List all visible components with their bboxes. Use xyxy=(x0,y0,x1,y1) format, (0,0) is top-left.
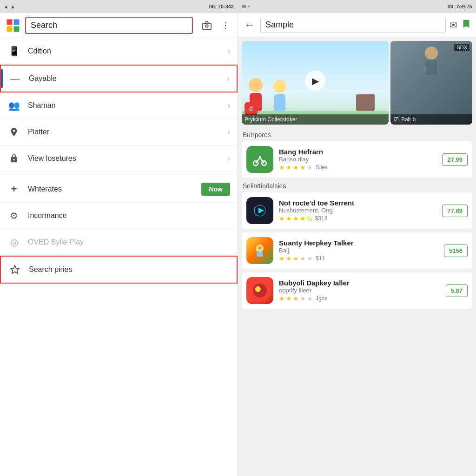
a1s3: ★ xyxy=(293,255,299,262)
svg-point-9 xyxy=(225,27,226,29)
mail-icon[interactable]: ✉ xyxy=(450,20,457,31)
app2-price[interactable]: 5.87 xyxy=(446,284,468,297)
a2s4: ★ xyxy=(300,295,306,302)
app1-dev: Baij, xyxy=(279,247,438,254)
svg-marker-4 xyxy=(14,26,20,32)
nav-item-cdition[interactable]: 📱 Cdition › xyxy=(0,38,238,65)
gayable-icon: — xyxy=(8,72,21,85)
shaman-chevron: › xyxy=(228,101,230,110)
nav-item-whterates[interactable]: + Whterates Now xyxy=(0,176,238,203)
view-losetures-label: View losetures xyxy=(28,154,220,163)
app2-name: Bubyoli Dapkey Ialler xyxy=(279,279,440,287)
cdition-chevron: › xyxy=(228,47,230,55)
featured-app-info: Bang Hefrarn Banso.dlay ★ ★ ★ ★ ★ Siles xyxy=(279,148,436,171)
banner-play-button[interactable]: ▶ xyxy=(305,71,325,91)
a1s1: ★ xyxy=(279,255,285,262)
star1: ★ xyxy=(279,164,285,171)
side-banner-tag: SDX xyxy=(454,44,469,51)
platter-chevron: › xyxy=(228,128,230,136)
left-status-time: 06: 70:343 xyxy=(209,4,234,9)
platter-icon xyxy=(7,126,20,139)
app1-price[interactable]: 5156 xyxy=(444,245,468,257)
side-banner-card[interactable]: SDX IZi Balr b xyxy=(390,41,472,125)
right-search-input[interactable]: Sample xyxy=(260,17,446,33)
nav-item-shaman[interactable]: 👥 Shaman › xyxy=(0,93,238,119)
app1-name: Suanty Herpkey Talker xyxy=(279,239,438,247)
a0s1: ★ xyxy=(279,215,285,222)
cdition-icon: 📱 xyxy=(7,45,20,58)
nav-list: 📱 Cdition › — Gayable › 👥 Shaman › Platt… xyxy=(0,38,238,476)
banner-main-image: ▶ d Pryiclum Collerstoker xyxy=(242,41,389,125)
featured-app-rating: ★ ★ ★ ★ ★ Siles xyxy=(279,164,436,171)
a0s4: ★ xyxy=(300,215,306,222)
app0-name: Not rocte'd toe Serrent xyxy=(279,199,436,207)
main-banner-card[interactable]: ▶ d Pryiclum Collerstoker xyxy=(242,41,389,125)
platter-label: Platter xyxy=(28,128,220,136)
star2: ★ xyxy=(286,164,292,171)
app2-info: Bubyoli Dapkey Ialler opprify lileer ★ ★… xyxy=(279,279,440,302)
nav-item-platter[interactable]: Platter › xyxy=(0,119,238,145)
right-top-bar: ← Sample ✉ xyxy=(238,13,476,37)
nav-item-gayable[interactable]: — Gayable › xyxy=(0,65,238,93)
oved-bylle-icon: ◎ xyxy=(7,236,20,249)
svg-point-17 xyxy=(258,246,262,250)
a2s2: ★ xyxy=(286,295,292,302)
side-banner-image: SDX IZi Balr b xyxy=(390,41,472,125)
cdition-label: Cdition xyxy=(28,47,220,55)
featured-app-dev: Banso.dlay xyxy=(279,156,436,163)
search-bar: Search xyxy=(0,13,238,38)
a2s5: ★ xyxy=(307,295,313,302)
right-search-value: Sample xyxy=(265,20,294,29)
incormance-icon: ⚙ xyxy=(7,209,20,222)
app0-price[interactable]: 77.89 xyxy=(442,205,468,217)
more-options-icon[interactable] xyxy=(218,18,233,33)
app1-rating-text: $11 xyxy=(316,255,325,262)
camera-icon[interactable] xyxy=(199,18,214,33)
app-list-item-0[interactable]: Not rocte'd toe Serrent Nushustement, On… xyxy=(242,192,472,229)
svg-marker-1 xyxy=(7,19,13,25)
app1-rating: ★ ★ ★ ★ ★ $11 xyxy=(279,255,438,262)
left-status-bar: ▲ ▲ 06: 70:343 xyxy=(0,0,238,13)
nav-item-incormance[interactable]: ⚙ Incormance xyxy=(0,203,238,229)
main-banner-label: Pryiclum Collerstoker xyxy=(242,114,389,125)
app1-info: Suanty Herpkey Talker Baij, ★ ★ ★ ★ ★ $1… xyxy=(279,239,438,262)
svg-point-21 xyxy=(255,286,261,292)
app1-icon-img xyxy=(246,237,273,264)
featured-app-card[interactable]: Bang Hefrarn Banso.dlay ★ ★ ★ ★ ★ Siles … xyxy=(242,141,472,178)
section2-label: Selinttindalsies xyxy=(238,179,476,191)
app2-icon-img xyxy=(246,277,273,304)
back-button[interactable]: ← xyxy=(243,17,257,33)
banner-section: ▶ d Pryiclum Collerstoker SDX IZi Balr b xyxy=(238,37,476,128)
app-list-item-2[interactable]: Bubyoli Dapkey Ialler opprify lileer ★ ★… xyxy=(242,272,472,309)
now-button[interactable]: Now xyxy=(201,183,230,196)
nav-item-search-piries[interactable]: Search piries xyxy=(0,256,238,284)
app-list-item-1[interactable]: Suanty Herpkey Talker Baij, ★ ★ ★ ★ ★ $1… xyxy=(242,232,472,269)
search-text: Search xyxy=(31,20,57,30)
banner-app-icon: d xyxy=(245,102,258,115)
a0s2: ★ xyxy=(286,215,292,222)
app1-icon xyxy=(246,237,273,264)
app2-rating-text: Jgos xyxy=(316,295,327,302)
search-piries-label: Search piries xyxy=(29,265,229,274)
svg-marker-2 xyxy=(14,19,20,25)
svg-point-8 xyxy=(225,25,226,26)
a0s5: ½ xyxy=(307,215,312,222)
app0-rating: ★ ★ ★ ★ ½ $313 xyxy=(279,215,436,222)
svg-marker-3 xyxy=(7,26,13,32)
oved-bylle-label: OVED Bylle Play xyxy=(28,238,230,246)
bookmark-icon[interactable] xyxy=(461,19,471,31)
search-input-box[interactable]: Search xyxy=(25,17,193,34)
app2-icon xyxy=(246,277,273,304)
search-action-icons xyxy=(199,18,233,33)
section1-label: Butrpores xyxy=(238,128,476,139)
right-status-icons-left: ✉ + xyxy=(242,4,250,10)
nav-item-oved-bylle[interactable]: ◎ OVED Bylle Play xyxy=(0,229,238,256)
nav-item-view-losetures[interactable]: View losetures › xyxy=(0,145,238,172)
featured-app-price[interactable]: 27.99 xyxy=(442,153,468,166)
whterates-icon: + xyxy=(7,183,20,196)
left-panel: ▲ ▲ 06: 70:343 Search xyxy=(0,0,238,476)
svg-point-7 xyxy=(225,22,226,23)
right-status-time: 06: 7e9:75 xyxy=(448,4,472,9)
play-logo-icon xyxy=(5,17,21,34)
featured-rating-text: Siles xyxy=(316,164,328,171)
